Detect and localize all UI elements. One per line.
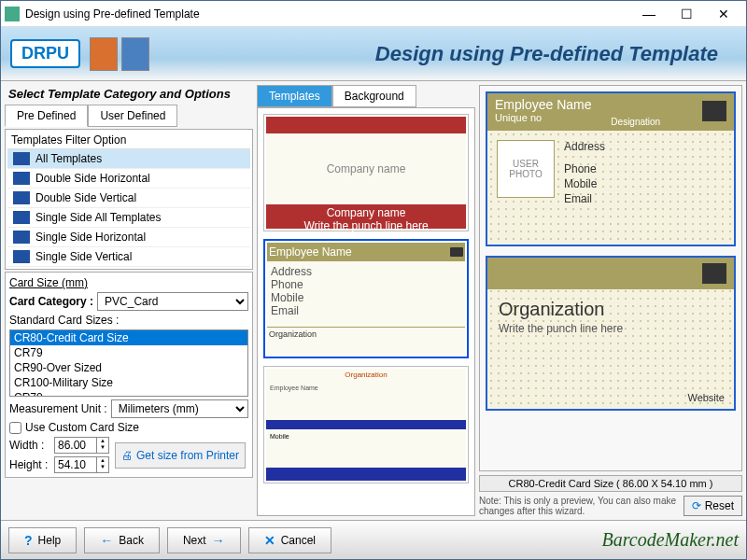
size-info: CR80-Credit Card Size ( 86.00 X 54.10 mm… xyxy=(479,475,742,492)
tab-user-defined[interactable]: User Defined xyxy=(88,105,177,127)
template-icon xyxy=(13,172,30,185)
help-icon: ? xyxy=(24,533,33,548)
filter-single-horizontal[interactable]: Single Side Horizontal xyxy=(7,228,250,247)
width-input[interactable] xyxy=(55,438,96,453)
category-tabs: Pre Defined User Defined xyxy=(5,105,253,127)
minimize-button[interactable]: — xyxy=(630,3,668,25)
template-thumb-3[interactable]: Organization Employee Name Mobile xyxy=(263,366,469,483)
size-option[interactable]: CR79 xyxy=(10,345,247,360)
width-row: Width : ▲▼ xyxy=(9,437,109,454)
reset-label: Reset xyxy=(705,499,734,512)
down-icon[interactable]: ▼ xyxy=(97,444,108,451)
template-icon xyxy=(13,211,30,224)
right-panel: Employee Name Unique no Designation USER… xyxy=(479,85,742,516)
unit-select[interactable]: Milimeters (mm) xyxy=(111,399,248,418)
custom-size-row: Use Custom Card Size xyxy=(9,421,248,434)
size-option[interactable]: CR90-Over Sized xyxy=(10,360,247,375)
height-input[interactable] xyxy=(55,457,96,472)
template-preview: Employee Name AddressPhoneMobileEmail Or… xyxy=(267,243,465,355)
bus-icon xyxy=(702,101,726,121)
mobile-label: Mobile xyxy=(564,177,605,190)
main-area: Select Template Category and Options Pre… xyxy=(1,81,746,520)
watermark: BarcodeMaker.net xyxy=(602,529,739,551)
close-button[interactable]: ✕ xyxy=(705,3,742,25)
filter-title: Templates Filter Option xyxy=(7,132,250,149)
filter-single-vertical[interactable]: Single Side Vertical xyxy=(7,247,250,267)
preview-back: Organization Write the punch line here W… xyxy=(486,256,736,411)
template-thumb-1[interactable]: Company name Company nameWrite the punch… xyxy=(263,114,469,231)
tab-templates[interactable]: Templates xyxy=(257,85,332,107)
down-icon[interactable]: ▼ xyxy=(97,464,108,470)
card-size-title: Card Size (mm) xyxy=(9,276,248,289)
up-icon[interactable]: ▲ xyxy=(97,438,108,444)
filter-single-all[interactable]: Single Side All Templates xyxy=(7,208,250,228)
card-strip xyxy=(487,258,734,289)
note-row: Note: This is only a preview, You can al… xyxy=(479,496,742,516)
card-fields: Address Phone Mobile Email xyxy=(564,140,605,205)
template-icon xyxy=(13,191,30,204)
back-button[interactable]: ←Back xyxy=(84,527,160,553)
close-icon: ✕ xyxy=(264,533,275,548)
user-photo: USER PHOTO xyxy=(497,140,555,198)
help-button[interactable]: ?Help xyxy=(8,527,77,553)
cancel-button[interactable]: ✕Cancel xyxy=(248,527,331,553)
window-controls: — ☐ ✕ xyxy=(630,3,742,25)
tab-pre-defined[interactable]: Pre Defined xyxy=(5,105,88,127)
size-option[interactable]: CR100-Military Size xyxy=(10,375,247,390)
printer-icon: 🖨 xyxy=(121,449,133,462)
footer: ?Help ←Back Next→ ✕Cancel BarcodeMaker.n… xyxy=(1,520,746,559)
filter-label: Single Side Vertical xyxy=(35,250,132,263)
punch-line: Write the punch line here xyxy=(487,322,734,335)
category-label: Card Category : xyxy=(9,295,93,308)
size-option[interactable]: CR80-Credit Card Size xyxy=(10,330,247,345)
titlebar: Design using Pre-defined Template — ☐ ✕ xyxy=(1,1,746,27)
employee-name: Employee Name xyxy=(495,97,592,112)
get-size-button[interactable]: 🖨 Get size from Printer xyxy=(115,442,246,469)
arrow-right-icon: → xyxy=(212,533,225,548)
template-preview: Organization Employee Name Mobile xyxy=(266,369,466,481)
preview-note: Note: This is only a preview, You can al… xyxy=(479,496,678,516)
logo: DRPU xyxy=(10,39,80,68)
help-label: Help xyxy=(38,534,62,547)
id-card-icon xyxy=(121,37,149,71)
left-panel: Select Template Category and Options Pre… xyxy=(5,85,253,516)
cancel-label: Cancel xyxy=(281,534,316,547)
next-label: Next xyxy=(183,534,206,547)
designation: Designation xyxy=(611,117,660,127)
filter-list: All Templates Double Side Horizontal Dou… xyxy=(7,149,250,267)
reset-button[interactable]: ⟳ Reset xyxy=(684,496,742,516)
custom-size-checkbox[interactable] xyxy=(9,422,21,434)
unit-row: Measurement Unit : Milimeters (mm) xyxy=(9,399,248,418)
filter-all-templates[interactable]: All Templates xyxy=(7,149,250,169)
unique-no: Unique no xyxy=(495,112,592,123)
up-icon[interactable]: ▲ xyxy=(97,457,108,464)
height-spinner[interactable]: ▲▼ xyxy=(54,456,109,473)
get-size-label: Get size from Printer xyxy=(136,449,239,462)
width-label: Width : xyxy=(9,439,50,452)
center-tabs: Templates Background xyxy=(257,85,475,107)
bus-icon xyxy=(702,263,726,284)
app-icon xyxy=(5,7,20,21)
header-title: Design using Pre-defined Template xyxy=(168,42,737,66)
center-panel: Templates Background Company name Compan… xyxy=(257,85,475,516)
header-banner: DRPU Design using Pre-defined Template xyxy=(1,27,746,81)
filter-double-horizontal[interactable]: Double Side Horizontal xyxy=(7,169,250,189)
std-sizes-label: Standard Card Sizes : xyxy=(9,314,248,327)
card-icons xyxy=(90,37,149,71)
templates-list[interactable]: Company name Company nameWrite the punch… xyxy=(257,107,475,516)
size-list[interactable]: CR80-Credit Card Size CR79 CR90-Over Siz… xyxy=(9,329,248,397)
size-option[interactable]: CR70 xyxy=(10,390,247,397)
card-size-panel: Card Size (mm) Card Category : PVC_Card … xyxy=(5,272,253,478)
category-select[interactable]: PVC_Card xyxy=(97,292,248,311)
width-spinner[interactable]: ▲▼ xyxy=(54,437,109,454)
back-label: Back xyxy=(119,534,144,547)
next-button[interactable]: Next→ xyxy=(167,527,241,553)
template-icon xyxy=(13,250,30,263)
maximize-button[interactable]: ☐ xyxy=(668,3,705,25)
template-icon xyxy=(13,231,30,244)
filter-double-vertical[interactable]: Double Side Vertical xyxy=(7,189,250,208)
template-preview: Company name Company nameWrite the punch… xyxy=(266,117,466,229)
tab-background[interactable]: Background xyxy=(332,85,416,107)
template-thumb-2[interactable]: Employee Name AddressPhoneMobileEmail Or… xyxy=(263,239,469,358)
filter-label: Single Side Horizontal xyxy=(35,231,146,244)
